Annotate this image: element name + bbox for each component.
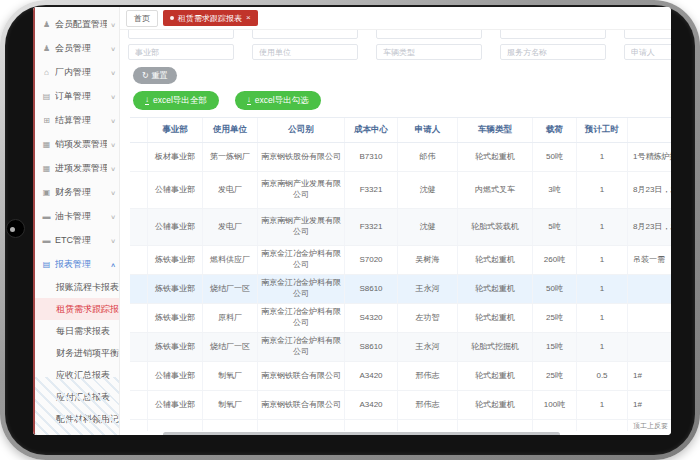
sidebar-item[interactable]: ▦ 进项发票管理 ∨ [33,156,119,180]
sidebar-item[interactable]: ▬ ETC管理 ∨ [33,228,119,252]
table-row[interactable]: 板材事业部 第一炼钢厂 南京钢铁股份有限公司 B7310 邰伟 轮式起重机 50… [130,143,671,172]
sidebar-subitem[interactable]: 应收汇总报表 [33,364,119,386]
row-select-cell[interactable] [130,420,148,431]
row-select-cell[interactable] [130,275,148,303]
cell-dept: 炼铁事业部 [148,333,203,361]
sidebar-item-icon: ▦ [42,140,51,149]
row-select-cell[interactable] [130,391,148,419]
sidebar-subitem[interactable]: 配件材料领用记录报表 [33,408,119,430]
filter-input[interactable] [252,30,358,39]
filter-input[interactable] [128,30,234,39]
tab-rental-demand-report[interactable]: 租赁需求跟踪报表 × [163,10,258,26]
cell-remark [628,333,671,361]
sidebar-item-icon: ⌂ [42,68,51,77]
reset-button[interactable]: ↻ 重置 [133,67,177,84]
cell-dept: 炼铁事业部 [148,304,203,332]
close-icon[interactable]: × [246,14,251,22]
cell-load [533,420,577,431]
cell-applicant: 沈健 [398,172,458,208]
table-row[interactable]: 炼铁事业部 烧结厂一区 南京金江冶金炉料有限公司 S8610 王永河 轮胎式挖掘… [130,333,671,362]
cell-unit: 发电厂 [203,172,258,208]
filter-input[interactable] [376,44,482,60]
table-row[interactable]: 公辅事业部 制氧厂 南京钢铁联合有限公司 A3420 邢伟志 轮式起重机 100… [130,391,671,420]
sidebar-item-icon: ♟ [42,44,51,53]
cell-applicant: 邰伟 [398,143,458,171]
cell-remark: 吊装一需 [628,246,671,274]
sidebar-subitem[interactable]: 应付汇总报表 [33,386,119,408]
chevron-down-icon: ∨ [110,189,116,196]
filter-row [128,44,671,60]
export-checked-label: excel导出勾选 [255,95,309,107]
cell-vehicle-type: 轮式起重机 [458,304,533,332]
sidebar-item[interactable]: ♟ 会员配置管理 ∨ [33,12,119,36]
cell-company: 南京南钢产业发展有限公司 [258,209,345,245]
table-header-cell [130,118,148,142]
camera [6,219,25,238]
chevron-down-icon: ∧ [110,261,116,268]
horizontal-scrollbar[interactable] [163,432,560,435]
filter-input[interactable] [500,44,606,60]
reset-label: 重置 [152,70,168,81]
sidebar-item[interactable]: ⌂ 厂内管理 ∨ [33,60,119,84]
sidebar-item-icon: ▬ [42,212,51,221]
sidebar-item-label: 会员管理 [55,42,91,55]
filter-input[interactable] [500,30,606,39]
cell-cost-center: S8610 [345,333,398,361]
export-all-button[interactable]: ↓ excel导出全部 [133,91,219,110]
cell-est-hours: 1 [577,246,628,274]
cell-company [258,420,345,431]
active-dot-icon [170,16,174,20]
table-row[interactable]: 公辅事业部 发电厂 南京南钢产业发展有限公司 F3321 沈健 轮胎式装载机 5… [130,209,671,246]
sidebar-item[interactable]: ▦ 销项发票管理 ∨ [33,132,119,156]
sidebar-subitem[interactable]: 每日需求报表 [33,320,119,342]
filter-input[interactable] [376,30,482,39]
sidebar-subitem[interactable]: 租赁需求跟踪报表 [33,298,119,320]
sidebar-subitem[interactable]: 报账流程卡报表管理 [33,276,119,298]
row-select-cell[interactable] [130,172,148,208]
row-select-cell[interactable] [130,362,148,390]
filter-input[interactable] [128,44,234,60]
sidebar-subitem-label: 每日需求报表 [56,325,110,338]
filter-input[interactable] [624,30,671,39]
table-row[interactable]: 公辅事业部 发电厂 南京南钢产业发展有限公司 F3321 沈健 内燃式叉车 3吨… [130,172,671,209]
sidebar-item[interactable]: ▣ 财务管理 ∨ [33,180,119,204]
sidebar-item-icon: ♟ [42,20,51,29]
filter-input[interactable] [252,44,358,60]
cell-company: 南京金江冶金炉料有限公司 [258,275,345,303]
cell-unit: 燃料供应厂 [203,246,258,274]
sidebar-item[interactable]: ⊞ 结算管理 ∨ [33,108,119,132]
table-header-row: 事业部使用单位公司别成本中心申请人车辆类型载荷预计工时 [130,117,671,143]
cell-vehicle-type: 轮胎式装载机 [458,209,533,245]
filter-input[interactable] [624,44,671,60]
table-row[interactable]: 炼铁事业部 燃料供应厂 南京金江冶金炉料有限公司 S7020 吴树海 轮式起重机… [130,246,671,275]
row-select-cell[interactable] [130,209,148,245]
sidebar-item[interactable]: ♟ 会员管理 ∨ [33,36,119,60]
download-icon: ↓ [247,96,251,105]
table-row[interactable]: 顶工上反要 [130,420,671,431]
row-select-cell[interactable] [130,246,148,274]
table-header-cell: 申请人 [398,118,458,142]
tab-home[interactable]: 首页 [126,10,158,27]
row-select-cell[interactable] [130,333,148,361]
sidebar-item[interactable]: ▤ 报表管理 ∧ [33,252,119,276]
cell-est-hours: 1 [577,275,628,303]
cell-company: 南京南钢产业发展有限公司 [258,172,345,208]
chevron-down-icon: ∨ [110,213,116,220]
table-header-cell: 载荷 [533,118,577,142]
row-select-cell[interactable] [130,143,148,171]
sidebar-subitem[interactable]: 财务进销项平衡报表 [33,342,119,364]
filter-row-clipped [128,30,671,39]
cell-dept: 公辅事业部 [148,172,203,208]
cell-cost-center: S7020 [345,246,398,274]
table-row[interactable]: 炼铁事业部 烧结厂一区 南京金江冶金炉料有限公司 S8610 王永河 轮式起重机… [130,275,671,304]
table-row[interactable]: 炼铁事业部 原料厂 南京金江冶金炉料有限公司 S4320 左功智 轮式起重机 2… [130,304,671,333]
row-select-cell[interactable] [130,304,148,332]
table-header-cell: 预计工时 [577,118,628,142]
app-screen: ♟ 会员配置管理 ∨ ♟ 会员管理 ∨ ⌂ 厂内管理 ∨ ▤ 订单管理 ∨ ⊞ [33,7,671,435]
sidebar-item[interactable]: ▬ 油卡管理 ∨ [33,204,119,228]
sidebar-item[interactable]: ▤ 订单管理 ∨ [33,84,119,108]
table-row[interactable]: 公辅事业部 制氧厂 南京钢铁联合有限公司 A3420 邢伟志 轮式起重机 25吨… [130,362,671,391]
export-checked-button[interactable]: ↓ excel导出勾选 [235,91,321,110]
cell-applicant [398,420,458,431]
filter-panel: ↻ 重置 ↓ excel导出全部 ↓ excel导出勾选 [120,30,671,110]
